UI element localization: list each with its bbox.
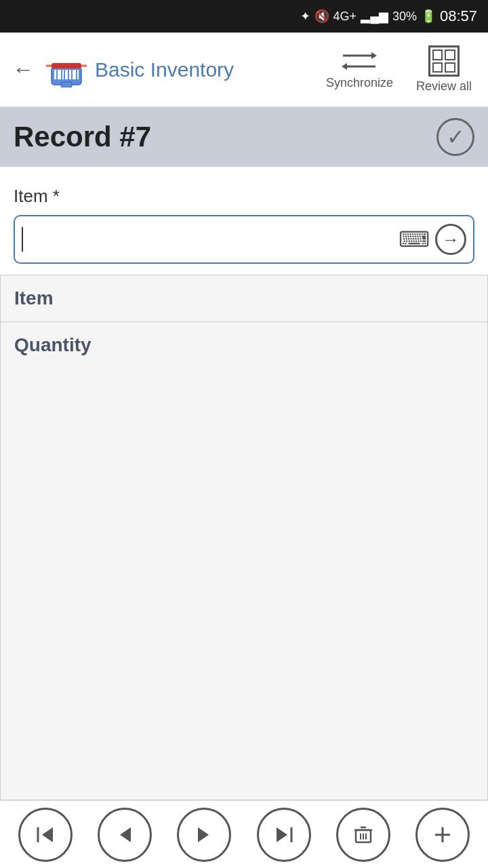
- first-record-icon: [34, 823, 57, 846]
- prev-record-button[interactable]: [98, 808, 152, 862]
- synchronize-label: Synchronize: [326, 76, 393, 90]
- data-table: Item Quantity: [0, 275, 488, 800]
- arrow-right-icon: →: [442, 229, 460, 250]
- back-arrow-icon: ←: [12, 57, 34, 82]
- quantity-row-label: Quantity: [14, 334, 92, 356]
- svg-rect-8: [61, 82, 72, 87]
- text-cursor: [22, 227, 23, 252]
- table-row: Quantity: [1, 322, 487, 368]
- mute-icon: 🔇: [314, 9, 329, 24]
- svg-marker-16: [42, 827, 53, 842]
- svg-rect-7: [77, 70, 79, 79]
- delete-record-button[interactable]: [336, 808, 390, 862]
- network-icon: 4G+: [333, 9, 357, 24]
- time-display: 08:57: [440, 7, 477, 25]
- svg-marker-14: [342, 63, 347, 70]
- svg-marker-17: [120, 827, 131, 842]
- add-record-button[interactable]: [415, 808, 470, 862]
- last-record-button[interactable]: [257, 808, 311, 862]
- item-input[interactable]: [28, 229, 393, 250]
- svg-rect-10: [52, 63, 81, 68]
- sync-icon: [342, 49, 377, 73]
- status-bar: ✦ 🔇 4G+ ▂▄▆ 30% 🔋 08:57: [0, 0, 488, 33]
- item-row-label: Item: [14, 288, 54, 309]
- svg-marker-20: [277, 827, 287, 842]
- svg-rect-1: [54, 70, 56, 79]
- svg-rect-3: [62, 70, 64, 79]
- bottom-navigation: [0, 800, 488, 868]
- app-icon: [45, 48, 88, 92]
- battery-percent-text: 30%: [392, 9, 417, 24]
- next-record-button[interactable]: [177, 808, 231, 862]
- grid-icon: [428, 45, 460, 77]
- checkmark-icon: ✓: [447, 124, 465, 150]
- app-title: Basic Inventory: [95, 58, 311, 81]
- back-button[interactable]: ←: [8, 55, 38, 85]
- barcode-scanner-icon: [46, 52, 87, 87]
- next-record-icon: [192, 823, 216, 846]
- record-title: Record #7: [14, 121, 151, 153]
- add-icon: [431, 823, 454, 846]
- item-input-container[interactable]: ⌨ →: [14, 215, 474, 264]
- prev-record-icon: [113, 823, 136, 846]
- first-record-button[interactable]: [18, 808, 73, 862]
- svg-marker-18: [198, 827, 209, 842]
- last-record-icon: [272, 823, 296, 846]
- signal-bars-icon: ▂▄▆: [361, 9, 388, 24]
- review-all-label: Review all: [416, 79, 472, 94]
- svg-marker-12: [371, 52, 377, 59]
- form-area: Item * ⌨ →: [0, 167, 488, 275]
- goto-button[interactable]: →: [435, 224, 466, 255]
- svg-rect-5: [69, 70, 71, 79]
- review-all-button[interactable]: Review all: [408, 43, 480, 96]
- app-bar: ← Basic Inventory: [0, 33, 488, 107]
- delete-icon: [352, 823, 375, 846]
- svg-rect-4: [65, 70, 68, 79]
- bluetooth-icon: ✦: [300, 9, 310, 24]
- confirm-button[interactable]: ✓: [436, 118, 474, 156]
- content-body: Item Quantity: [0, 275, 488, 800]
- item-field-label: Item *: [14, 186, 474, 207]
- synchronize-button[interactable]: Synchronize: [318, 46, 401, 93]
- table-row: Item: [1, 275, 487, 322]
- svg-rect-6: [73, 70, 76, 79]
- keyboard-icon[interactable]: ⌨: [399, 226, 430, 252]
- svg-rect-2: [58, 70, 61, 79]
- record-header: Record #7 ✓: [0, 107, 488, 167]
- battery-icon: 🔋: [421, 9, 436, 24]
